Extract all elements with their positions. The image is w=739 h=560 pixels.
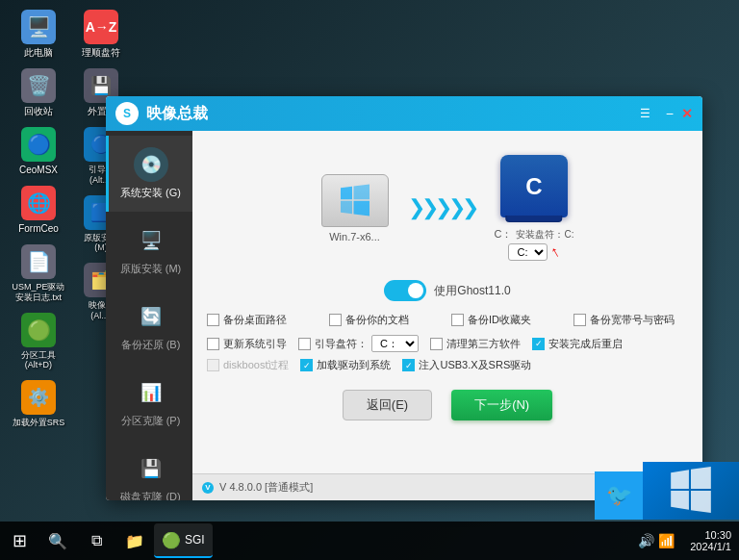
target-select-row: C： 安装盘符：C: — [495, 227, 574, 242]
sidebar-item-label: 分区克隆 (P) — [121, 414, 181, 428]
search-button[interactable]: 🔍 — [38, 523, 77, 558]
install-diagram: Win.7-x6... ❯❯❯❯❯ C C： 安 — [207, 155, 688, 261]
target-disk-label: C： — [495, 227, 513, 242]
checkbox-backup-desktop[interactable]: 备份桌面路径 — [207, 313, 321, 327]
task-view-icon: ⧉ — [91, 532, 102, 549]
cb-update-bootloader[interactable] — [207, 338, 219, 350]
cb-backup-docs[interactable] — [329, 314, 342, 326]
desktop-icon-this-pc[interactable]: 🖥️ 此电脑 — [10, 10, 67, 59]
close-button[interactable]: ✕ — [681, 106, 693, 121]
file-explorer-button[interactable]: 📁 — [115, 523, 154, 558]
desktop-icon-usm-pe[interactable]: 📄 USM_PE驱动安装日志.txt — [10, 244, 67, 303]
app-logo: S — [115, 102, 139, 125]
sidebar-item-partition-clone[interactable]: 📊 分区克隆 (P) — [106, 364, 192, 440]
next-button[interactable]: 下一步(N) — [451, 390, 552, 420]
taskbar-clock: 10:30 2024/1/1 — [682, 529, 739, 552]
checkboxes-grid: 备份桌面路径 备份你的文档 备份ID收藏夹 备份宽带号与密码 — [207, 313, 688, 327]
social-tray: 🐦 — [595, 462, 739, 520]
source-disk-label: Win.7-x6... — [329, 231, 380, 242]
version-dot: V — [202, 482, 214, 494]
desktop: 🖥️ 此电脑 🗑️ 回收站 🔵 CeoMSX 🌐 FormCeo 📄 — [0, 0, 739, 560]
checkbox-inject-usb[interactable]: ✓ 注入USB3.X及SRS驱动 — [402, 358, 531, 372]
sidebar-item-label: 原版安装 (M) — [120, 262, 182, 276]
search-icon: 🔍 — [48, 532, 67, 550]
checkbox-clear-third-party[interactable]: 清理第三方软件 — [430, 337, 521, 351]
app-body: 💿 系统安装 (G) 🖥️ 原版安装 (M) 🔄 备份还原 (B) 📊 分区克隆… — [106, 131, 702, 500]
start-button[interactable]: ⊞ — [0, 523, 38, 558]
file-explorer-icon: 📁 — [125, 532, 144, 550]
disk-clone-icon: 💾 — [134, 451, 168, 486]
options-row: 更新系统引导 引导盘符： C： 清理第三方软件 ✓ — [207, 335, 688, 352]
target-drive-select[interactable]: C: — [508, 243, 548, 261]
sgi-button[interactable]: 🟢 SGI — [154, 523, 213, 558]
windows-social-icon — [643, 462, 739, 520]
app-titlebar: S 映像总裁 ☰ − ✕ — [106, 96, 702, 131]
toggle-row: 使用Ghost11.0 — [207, 280, 688, 301]
cb-clear-third-party[interactable] — [430, 338, 443, 350]
red-arrow-indicator: ↑ — [548, 242, 564, 262]
cb-boot-symbol[interactable] — [298, 338, 311, 350]
checkbox-update-bootloader[interactable]: 更新系统引导 — [207, 337, 287, 351]
cb-diskboost[interactable] — [207, 359, 219, 371]
source-disk-icon — [321, 174, 389, 227]
partition-clone-icon: 📊 — [134, 375, 168, 410]
app-title: 映像总裁 — [146, 104, 208, 124]
minimize-button[interactable]: − — [666, 106, 674, 121]
system-install-icon: 💿 — [134, 147, 168, 182]
sidebar-item-disk-clone[interactable]: 💾 磁盘克隆 (D) — [106, 440, 192, 500]
buttons-row: 返回(E) 下一步(N) — [207, 390, 688, 420]
desktop-icon-az[interactable]: A→Z 理顺盘符 — [72, 10, 130, 59]
tray-icon: 🔊 — [638, 533, 654, 548]
sidebar: 💿 系统安装 (G) 🖥️ 原版安装 (M) 🔄 备份还原 (B) 📊 分区克隆… — [106, 131, 192, 500]
main-content: Win.7-x6... ❯❯❯❯❯ C C： 安 — [192, 131, 702, 500]
sidebar-item-label: 系统安装 (G) — [120, 186, 181, 200]
taskbar: ⊞ 🔍 ⧉ 📁 🟢 SGI 🔊 📶 10:30 2024/1/1 — [0, 522, 739, 560]
options-row2: diskboost过程 ✓ 加载驱动到系统 ✓ 注入USB3.X及SRS驱动 — [207, 358, 688, 372]
checkbox-backup-id[interactable]: 备份ID收藏夹 — [451, 313, 566, 327]
cb-inject-usb[interactable]: ✓ — [402, 359, 415, 371]
target-disk: C C： 安装盘符：C: C: ↑ — [495, 155, 574, 261]
desktop-icon-ceo-msx[interactable]: 🔵 CeoMSX — [10, 127, 67, 176]
checkbox-backup-wifi[interactable]: 备份宽带号与密码 — [573, 313, 688, 327]
menu-icon[interactable]: ☰ — [640, 107, 650, 120]
app-controls: ☰ − ✕ — [640, 106, 693, 121]
cb-backup-wifi[interactable] — [573, 314, 586, 326]
cb-backup-desktop[interactable] — [207, 314, 219, 326]
sgi-label: SGI — [185, 533, 205, 547]
sidebar-item-label: 备份还原 (B) — [121, 338, 181, 352]
desktop-icon-partition-tool[interactable]: 🟢 分区工具(Alt+D) — [10, 313, 67, 371]
desktop-icon-recycle-bin[interactable]: 🗑️ 回收站 — [10, 68, 67, 117]
checkbox-restart-after[interactable]: ✓ 安装完成后重启 — [532, 337, 623, 351]
original-install-icon: 🖥️ — [134, 223, 168, 258]
arrows-right: ❯❯❯❯❯ — [408, 195, 475, 220]
taskbar-tray: 🔊 📶 — [630, 533, 682, 548]
task-view-button[interactable]: ⧉ — [77, 523, 115, 558]
app-window: S 映像总裁 ☰ − ✕ 💿 系统安装 (G) 🖥️ 原版安装 (M) — [106, 96, 702, 500]
sidebar-item-original-install[interactable]: 🖥️ 原版安装 (M) — [106, 212, 192, 288]
cb-restart-after[interactable]: ✓ — [532, 338, 545, 350]
sidebar-item-system-install[interactable]: 💿 系统安装 (G) — [106, 136, 192, 212]
cb-add-driver[interactable]: ✓ — [300, 359, 313, 371]
ghost-toggle-label: 使用Ghost11.0 — [434, 283, 510, 299]
sidebar-item-backup-restore[interactable]: 🔄 备份还原 (B) — [106, 288, 192, 364]
option-boot-symbol: 引导盘符： C： — [298, 335, 419, 352]
sidebar-item-label: 磁盘克隆 (D) — [120, 490, 180, 500]
ghost-toggle[interactable] — [384, 280, 426, 301]
cb-backup-id[interactable] — [451, 314, 464, 326]
backup-restore-icon: 🔄 — [134, 299, 168, 334]
checkbox-diskboost[interactable]: diskboost过程 — [207, 358, 289, 372]
start-icon: ⊞ — [13, 530, 27, 551]
back-button[interactable]: 返回(E) — [343, 390, 432, 420]
source-disk: Win.7-x6... — [321, 174, 389, 242]
checkbox-add-driver[interactable]: ✓ 加载驱动到系统 — [300, 358, 391, 372]
version-text: V 4.8.0.0 [普通模式] — [219, 480, 313, 495]
desktop-icon-load-external[interactable]: ⚙️ 加载外置SRS — [10, 380, 67, 428]
desktop-icon-formceo[interactable]: 🌐 FormCeo — [10, 186, 67, 235]
twitter-icon[interactable]: 🐦 — [595, 471, 643, 520]
checkbox-backup-docs[interactable]: 备份你的文档 — [329, 313, 444, 327]
boot-select[interactable]: C： — [371, 335, 419, 352]
target-main-label: 安装盘符：C: — [516, 228, 573, 242]
desktop-icons-col1: 🖥️ 此电脑 🗑️ 回收站 🔵 CeoMSX 🌐 FormCeo 📄 — [10, 10, 67, 428]
sgi-icon: 🟢 — [162, 531, 181, 549]
tray-network: 📶 — [658, 533, 675, 548]
